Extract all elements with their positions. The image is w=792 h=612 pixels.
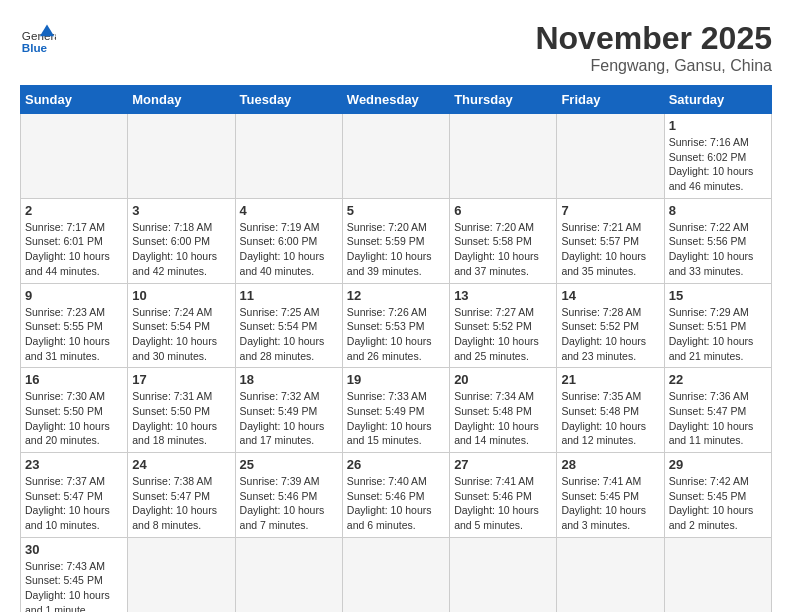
day-number: 21 (561, 372, 659, 387)
day-info: Sunrise: 7:28 AM Sunset: 5:52 PM Dayligh… (561, 305, 659, 364)
calendar-cell: 21Sunrise: 7:35 AM Sunset: 5:48 PM Dayli… (557, 368, 664, 453)
calendar-week-4: 16Sunrise: 7:30 AM Sunset: 5:50 PM Dayli… (21, 368, 772, 453)
calendar-cell: 11Sunrise: 7:25 AM Sunset: 5:54 PM Dayli… (235, 283, 342, 368)
day-number: 20 (454, 372, 552, 387)
calendar-cell: 8Sunrise: 7:22 AM Sunset: 5:56 PM Daylig… (664, 198, 771, 283)
weekday-monday: Monday (128, 86, 235, 114)
calendar-cell: 30Sunrise: 7:43 AM Sunset: 5:45 PM Dayli… (21, 537, 128, 612)
calendar-cell (128, 114, 235, 199)
day-number: 13 (454, 288, 552, 303)
location-title: Fengwang, Gansu, China (535, 57, 772, 75)
calendar-cell: 15Sunrise: 7:29 AM Sunset: 5:51 PM Dayli… (664, 283, 771, 368)
logo: General Blue (20, 20, 56, 56)
day-info: Sunrise: 7:30 AM Sunset: 5:50 PM Dayligh… (25, 389, 123, 448)
calendar-week-5: 23Sunrise: 7:37 AM Sunset: 5:47 PM Dayli… (21, 453, 772, 538)
calendar-cell (342, 537, 449, 612)
calendar-cell: 10Sunrise: 7:24 AM Sunset: 5:54 PM Dayli… (128, 283, 235, 368)
day-number: 8 (669, 203, 767, 218)
day-info: Sunrise: 7:40 AM Sunset: 5:46 PM Dayligh… (347, 474, 445, 533)
calendar-cell: 20Sunrise: 7:34 AM Sunset: 5:48 PM Dayli… (450, 368, 557, 453)
calendar-cell: 9Sunrise: 7:23 AM Sunset: 5:55 PM Daylig… (21, 283, 128, 368)
calendar-cell: 26Sunrise: 7:40 AM Sunset: 5:46 PM Dayli… (342, 453, 449, 538)
calendar-cell: 2Sunrise: 7:17 AM Sunset: 6:01 PM Daylig… (21, 198, 128, 283)
weekday-thursday: Thursday (450, 86, 557, 114)
day-info: Sunrise: 7:41 AM Sunset: 5:45 PM Dayligh… (561, 474, 659, 533)
day-info: Sunrise: 7:43 AM Sunset: 5:45 PM Dayligh… (25, 559, 123, 612)
day-info: Sunrise: 7:20 AM Sunset: 5:59 PM Dayligh… (347, 220, 445, 279)
day-info: Sunrise: 7:24 AM Sunset: 5:54 PM Dayligh… (132, 305, 230, 364)
day-info: Sunrise: 7:18 AM Sunset: 6:00 PM Dayligh… (132, 220, 230, 279)
calendar-cell: 1Sunrise: 7:16 AM Sunset: 6:02 PM Daylig… (664, 114, 771, 199)
day-number: 15 (669, 288, 767, 303)
day-info: Sunrise: 7:33 AM Sunset: 5:49 PM Dayligh… (347, 389, 445, 448)
weekday-header-row: SundayMondayTuesdayWednesdayThursdayFrid… (21, 86, 772, 114)
calendar-cell (557, 537, 664, 612)
day-info: Sunrise: 7:41 AM Sunset: 5:46 PM Dayligh… (454, 474, 552, 533)
day-info: Sunrise: 7:42 AM Sunset: 5:45 PM Dayligh… (669, 474, 767, 533)
calendar-cell: 3Sunrise: 7:18 AM Sunset: 6:00 PM Daylig… (128, 198, 235, 283)
weekday-friday: Friday (557, 86, 664, 114)
day-number: 10 (132, 288, 230, 303)
day-info: Sunrise: 7:35 AM Sunset: 5:48 PM Dayligh… (561, 389, 659, 448)
day-info: Sunrise: 7:32 AM Sunset: 5:49 PM Dayligh… (240, 389, 338, 448)
day-info: Sunrise: 7:38 AM Sunset: 5:47 PM Dayligh… (132, 474, 230, 533)
calendar-cell: 23Sunrise: 7:37 AM Sunset: 5:47 PM Dayli… (21, 453, 128, 538)
title-area: November 2025 Fengwang, Gansu, China (535, 20, 772, 75)
day-number: 17 (132, 372, 230, 387)
calendar-cell: 12Sunrise: 7:26 AM Sunset: 5:53 PM Dayli… (342, 283, 449, 368)
calendar-cell (21, 114, 128, 199)
day-number: 14 (561, 288, 659, 303)
calendar-cell: 16Sunrise: 7:30 AM Sunset: 5:50 PM Dayli… (21, 368, 128, 453)
day-info: Sunrise: 7:22 AM Sunset: 5:56 PM Dayligh… (669, 220, 767, 279)
day-number: 26 (347, 457, 445, 472)
day-number: 16 (25, 372, 123, 387)
day-number: 27 (454, 457, 552, 472)
weekday-sunday: Sunday (21, 86, 128, 114)
calendar-cell: 28Sunrise: 7:41 AM Sunset: 5:45 PM Dayli… (557, 453, 664, 538)
header: General Blue November 2025 Fengwang, Gan… (20, 20, 772, 75)
day-info: Sunrise: 7:27 AM Sunset: 5:52 PM Dayligh… (454, 305, 552, 364)
calendar-cell (450, 114, 557, 199)
day-number: 28 (561, 457, 659, 472)
day-number: 1 (669, 118, 767, 133)
calendar: SundayMondayTuesdayWednesdayThursdayFrid… (20, 85, 772, 612)
weekday-wednesday: Wednesday (342, 86, 449, 114)
calendar-cell: 27Sunrise: 7:41 AM Sunset: 5:46 PM Dayli… (450, 453, 557, 538)
calendar-cell (235, 114, 342, 199)
day-number: 3 (132, 203, 230, 218)
day-number: 11 (240, 288, 338, 303)
calendar-cell: 6Sunrise: 7:20 AM Sunset: 5:58 PM Daylig… (450, 198, 557, 283)
calendar-cell (664, 537, 771, 612)
calendar-cell: 4Sunrise: 7:19 AM Sunset: 6:00 PM Daylig… (235, 198, 342, 283)
weekday-tuesday: Tuesday (235, 86, 342, 114)
day-info: Sunrise: 7:39 AM Sunset: 5:46 PM Dayligh… (240, 474, 338, 533)
day-number: 9 (25, 288, 123, 303)
calendar-cell: 19Sunrise: 7:33 AM Sunset: 5:49 PM Dayli… (342, 368, 449, 453)
calendar-cell: 13Sunrise: 7:27 AM Sunset: 5:52 PM Dayli… (450, 283, 557, 368)
day-info: Sunrise: 7:16 AM Sunset: 6:02 PM Dayligh… (669, 135, 767, 194)
day-info: Sunrise: 7:20 AM Sunset: 5:58 PM Dayligh… (454, 220, 552, 279)
calendar-week-2: 2Sunrise: 7:17 AM Sunset: 6:01 PM Daylig… (21, 198, 772, 283)
calendar-cell: 14Sunrise: 7:28 AM Sunset: 5:52 PM Dayli… (557, 283, 664, 368)
day-number: 18 (240, 372, 338, 387)
calendar-cell (342, 114, 449, 199)
calendar-cell: 17Sunrise: 7:31 AM Sunset: 5:50 PM Dayli… (128, 368, 235, 453)
day-info: Sunrise: 7:29 AM Sunset: 5:51 PM Dayligh… (669, 305, 767, 364)
day-number: 29 (669, 457, 767, 472)
day-number: 23 (25, 457, 123, 472)
day-number: 2 (25, 203, 123, 218)
calendar-cell (557, 114, 664, 199)
day-number: 7 (561, 203, 659, 218)
day-number: 25 (240, 457, 338, 472)
day-info: Sunrise: 7:34 AM Sunset: 5:48 PM Dayligh… (454, 389, 552, 448)
calendar-week-6: 30Sunrise: 7:43 AM Sunset: 5:45 PM Dayli… (21, 537, 772, 612)
day-number: 5 (347, 203, 445, 218)
day-info: Sunrise: 7:26 AM Sunset: 5:53 PM Dayligh… (347, 305, 445, 364)
calendar-cell: 25Sunrise: 7:39 AM Sunset: 5:46 PM Dayli… (235, 453, 342, 538)
calendar-cell (235, 537, 342, 612)
logo-icon: General Blue (20, 20, 56, 56)
calendar-cell (450, 537, 557, 612)
day-number: 12 (347, 288, 445, 303)
day-number: 22 (669, 372, 767, 387)
calendar-cell (128, 537, 235, 612)
